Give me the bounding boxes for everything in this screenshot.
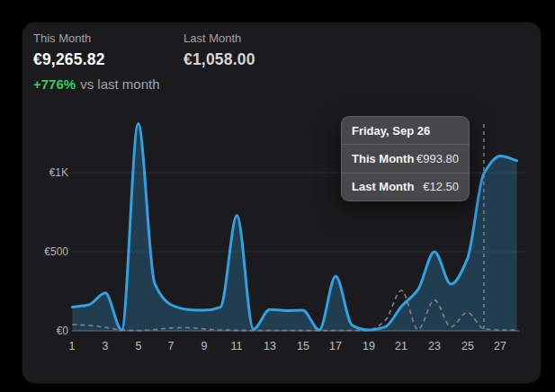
revenue-card: This Month €9,265.82 Last Month €1,058.0… [22, 22, 541, 383]
x-tick-label: 3 [94, 339, 117, 353]
chart-tooltip: Friday, Sep 26 This Month €993.80 Last M… [341, 116, 470, 201]
x-tick-label: 5 [127, 339, 150, 353]
x-tick-label: 27 [488, 339, 512, 353]
x-tick-label: 9 [192, 339, 216, 353]
tooltip-last-month-label: Last Month [352, 180, 414, 193]
tooltip-row-last-month: Last Month €12.50 [342, 173, 469, 200]
x-tick-label: 7 [159, 339, 183, 353]
x-tick-label: 13 [258, 339, 282, 353]
y-tick-label: €500 [22, 245, 68, 259]
x-tick-label: 19 [357, 339, 380, 353]
tooltip-this-month-value: €993.80 [416, 152, 459, 165]
y-tick-label: €0 [22, 324, 68, 338]
x-tick-label: 17 [324, 339, 347, 353]
tooltip-title: Friday, Sep 26 [342, 117, 469, 144]
x-tick-label: 11 [225, 339, 248, 353]
y-tick-label: €1K [22, 165, 68, 180]
tooltip-this-month-label: This Month [352, 152, 414, 165]
chart-svg[interactable] [22, 22, 541, 383]
x-tick-label: 21 [389, 339, 413, 353]
x-tick-label: 1 [60, 339, 84, 353]
x-tick-label: 25 [456, 339, 479, 353]
tooltip-row-this-month: This Month €993.80 [342, 144, 469, 172]
x-tick-label: 23 [423, 339, 446, 353]
x-tick-label: 15 [291, 339, 315, 353]
tooltip-last-month-value: €12.50 [423, 180, 459, 193]
